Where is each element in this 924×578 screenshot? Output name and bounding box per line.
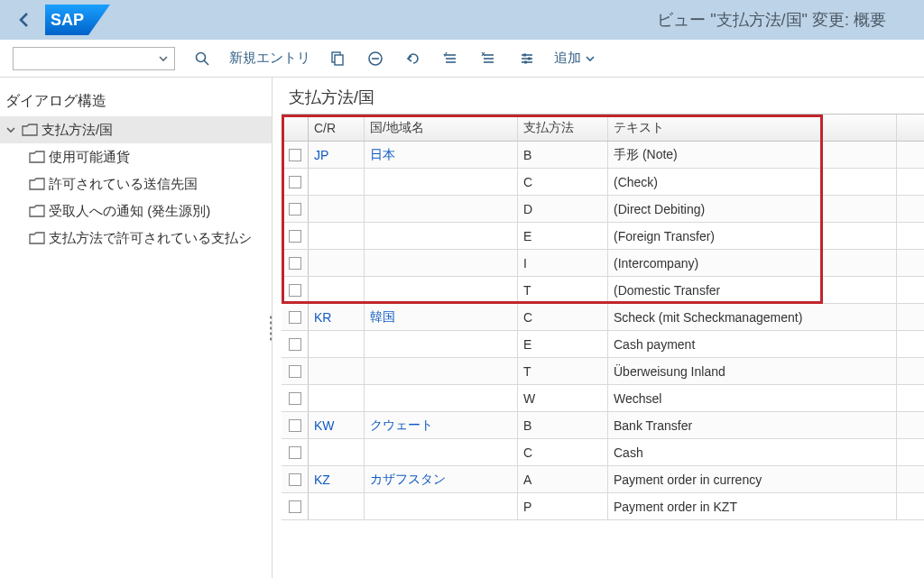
- row-checkbox[interactable]: [289, 230, 301, 243]
- table-row[interactable]: I (Intercompany): [282, 250, 924, 277]
- row-checkbox[interactable]: [289, 284, 301, 297]
- svg-rect-5: [335, 55, 343, 65]
- row-select-cell[interactable]: [282, 304, 309, 330]
- row-select-cell[interactable]: [282, 142, 309, 168]
- table-row[interactable]: C(Check): [282, 169, 924, 196]
- col-cr[interactable]: C/R: [309, 115, 365, 141]
- row-checkbox[interactable]: [289, 365, 301, 378]
- table-row[interactable]: CCash: [282, 439, 924, 466]
- deselect-all-button[interactable]: [478, 47, 500, 70]
- row-select-cell[interactable]: [282, 439, 309, 465]
- row-select-cell[interactable]: [282, 250, 309, 276]
- col-method[interactable]: 支払方法: [518, 115, 608, 141]
- row-select-cell[interactable]: [282, 223, 309, 249]
- folder-icon: [22, 124, 38, 136]
- add-menu[interactable]: 追加: [554, 47, 596, 70]
- select-all-button[interactable]: [440, 47, 462, 70]
- search-button[interactable]: [191, 47, 213, 70]
- new-entry-button[interactable]: 新規エントリ: [229, 47, 310, 70]
- row-checkbox[interactable]: [289, 203, 301, 216]
- row-checkbox[interactable]: [289, 392, 301, 405]
- table-row[interactable]: KWクウェートBBank Transfer: [282, 412, 924, 439]
- table-row[interactable]: T (Domestic Transfer: [282, 277, 924, 304]
- cell-region: [365, 196, 518, 222]
- cell-region: [365, 223, 518, 249]
- tree-expand-icon[interactable]: [4, 124, 18, 135]
- search-icon: [194, 50, 210, 67]
- col-region[interactable]: 国/地域名: [365, 115, 518, 141]
- cell-text: (Direct Debiting): [608, 196, 897, 222]
- tree-item-label: 受取人への通知 (発生源別): [49, 203, 210, 220]
- tree-item[interactable]: 許可されている送信先国: [0, 170, 272, 197]
- delete-button[interactable]: [365, 47, 386, 70]
- cell-region: [365, 385, 518, 411]
- cell-text: Cash payment: [608, 331, 897, 357]
- tree-root[interactable]: 支払方法/国: [0, 116, 272, 143]
- folder-icon: [29, 178, 45, 190]
- undo-button[interactable]: [402, 47, 424, 70]
- row-select-cell[interactable]: [282, 169, 309, 195]
- payment-method-table: C/R 国/地域名 支払方法 テキスト JP日本B手形 (Note)C(Chec…: [282, 114, 924, 520]
- table-row[interactable]: JP日本B手形 (Note): [282, 142, 924, 169]
- tree-item[interactable]: 受取人への通知 (発生源別): [0, 197, 272, 225]
- cell-text: Payment order in currency: [608, 466, 897, 492]
- tree-item[interactable]: 支払方法で許可されている支払シ: [0, 225, 272, 252]
- row-select-cell[interactable]: [282, 196, 309, 222]
- row-checkbox[interactable]: [289, 149, 301, 161]
- cell-region: [365, 169, 518, 195]
- table-row[interactable]: ECash payment: [282, 331, 924, 358]
- row-checkbox[interactable]: [289, 446, 301, 459]
- cell-cr: [309, 439, 365, 465]
- table-row[interactable]: KZカザフスタンAPayment order in currency: [282, 466, 924, 493]
- table-header: C/R 国/地域名 支払方法 テキスト: [282, 115, 924, 142]
- tree-title: ダイアログ構造: [0, 85, 272, 116]
- table-row[interactable]: D (Direct Debiting): [282, 196, 924, 223]
- row-select-cell[interactable]: [282, 412, 309, 438]
- cell-text: Bank Transfer: [608, 412, 897, 438]
- table-row[interactable]: WWechsel: [282, 385, 924, 412]
- row-checkbox[interactable]: [289, 176, 301, 188]
- row-checkbox[interactable]: [289, 473, 301, 486]
- minus-circle-icon: [367, 50, 383, 67]
- row-checkbox[interactable]: [289, 419, 301, 432]
- table-row[interactable]: PPayment order in KZT: [282, 493, 924, 520]
- configure-button[interactable]: [516, 47, 538, 70]
- table-row[interactable]: KR韓国CScheck (mit Scheckmanagement): [282, 304, 924, 331]
- copy-icon: [329, 50, 346, 67]
- cell-text: Cash: [608, 439, 897, 465]
- chevron-left-icon: [18, 12, 31, 28]
- tree-item[interactable]: 使用可能通貨: [0, 143, 272, 170]
- cell-cr: [309, 358, 365, 384]
- cell-cr: [309, 331, 365, 357]
- row-select-cell[interactable]: [282, 331, 309, 357]
- row-checkbox[interactable]: [289, 500, 301, 513]
- cell-method: E: [518, 223, 608, 249]
- cell-method: C: [518, 169, 608, 195]
- cell-method: D: [518, 196, 608, 222]
- row-checkbox[interactable]: [289, 338, 301, 351]
- copy-button[interactable]: [327, 47, 348, 70]
- row-select-cell[interactable]: [282, 493, 309, 519]
- svg-text:SAP: SAP: [51, 11, 84, 29]
- table-row[interactable]: E(Foreign Transfer): [282, 223, 924, 250]
- section-title: 支払方法/国: [282, 87, 924, 108]
- folder-icon: [29, 205, 45, 217]
- cell-method: T: [518, 358, 608, 384]
- table-row[interactable]: TÜberweisung Inland: [282, 358, 924, 385]
- row-checkbox[interactable]: [289, 257, 301, 270]
- row-select-cell[interactable]: [282, 358, 309, 384]
- row-select-cell[interactable]: [282, 385, 309, 411]
- cell-method: W: [518, 385, 608, 411]
- view-select[interactable]: [13, 47, 175, 70]
- back-button[interactable]: [11, 6, 38, 33]
- col-text[interactable]: テキスト: [608, 115, 897, 141]
- splitter-handle[interactable]: [270, 316, 273, 340]
- svg-rect-19: [523, 53, 526, 56]
- row-select-cell[interactable]: [282, 466, 309, 492]
- row-select-cell[interactable]: [282, 277, 309, 303]
- cell-region: カザフスタン: [365, 466, 518, 492]
- cell-text: Überweisung Inland: [608, 358, 897, 384]
- tree-root-label: 支払方法/国: [42, 122, 113, 139]
- row-checkbox[interactable]: [289, 311, 301, 324]
- col-select: [282, 115, 309, 141]
